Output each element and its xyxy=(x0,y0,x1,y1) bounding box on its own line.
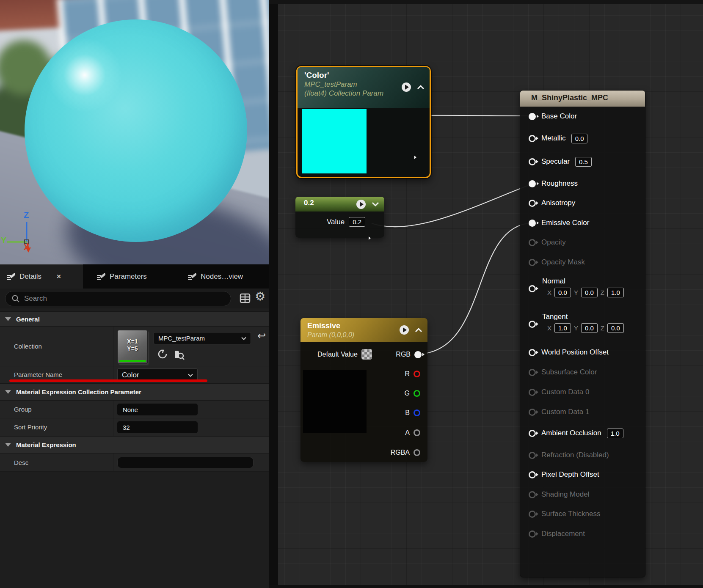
axis-y-label: Y xyxy=(574,324,578,332)
displacement-label: Displacement xyxy=(541,530,585,538)
scalar-node-header[interactable]: 0.2 xyxy=(295,197,384,212)
emissive-node-header[interactable]: Emissive Param (0,0,0,0) xyxy=(300,318,427,342)
a-output-pin[interactable] xyxy=(414,429,420,436)
axis-z-label: Z xyxy=(601,324,604,332)
chevron-down-icon[interactable] xyxy=(372,202,379,207)
node-material-result[interactable]: M_ShinyPlastic_MPC Base Color Metallic 0… xyxy=(520,90,645,577)
refraction-pin[interactable] xyxy=(529,452,536,459)
custom-data-0-pin[interactable] xyxy=(529,389,536,396)
metallic-label: Metallic xyxy=(541,134,566,143)
group-input[interactable]: None xyxy=(117,404,198,415)
preview-play-icon[interactable] xyxy=(402,82,411,92)
browse-to-asset-icon[interactable] xyxy=(173,348,185,360)
displacement-pin[interactable] xyxy=(529,530,536,538)
rgba-output-pin[interactable] xyxy=(414,449,420,456)
emissive-color-label: Emissive Color xyxy=(541,219,589,227)
node-emissive-param[interactable]: Emissive Param (0,0,0,0) Default Value R… xyxy=(300,318,427,462)
section-collection-parameter-title: Material Expression Collection Parameter xyxy=(16,388,141,396)
node-scalar-value[interactable]: 0.2 Value 0.2 xyxy=(295,197,384,238)
opacity-mask-pin[interactable] xyxy=(529,259,536,266)
input-refraction: Refraction (Disabled) xyxy=(529,449,609,461)
emissive-color-pin[interactable] xyxy=(529,220,536,227)
input-anisotropy: Anisotropy xyxy=(529,197,575,209)
tangent-pin[interactable] xyxy=(529,321,536,328)
chevron-up-icon[interactable] xyxy=(417,85,425,90)
tab-nodes-view[interactable]: Nodes…view xyxy=(181,264,249,289)
chevron-up-icon[interactable] xyxy=(415,327,422,332)
input-displacement: Displacement xyxy=(529,528,585,540)
input-normal: Normal X 0.0 Y 0.0 Z 1.0 xyxy=(529,277,643,300)
shading-model-pin[interactable] xyxy=(529,491,536,498)
preview-play-icon[interactable] xyxy=(356,200,366,209)
g-output-pin[interactable] xyxy=(414,390,420,397)
custom-data-1-pin[interactable] xyxy=(529,409,536,416)
tab-details[interactable]: Details × xyxy=(0,264,83,289)
reset-to-default-icon[interactable]: ↩ xyxy=(257,330,266,342)
search-input[interactable]: Search xyxy=(5,291,231,306)
surface-thickness-pin[interactable] xyxy=(529,511,536,518)
material-node-header[interactable]: M_ShinyPlastic_MPC xyxy=(520,91,645,107)
collection-asset-thumbnail[interactable]: X=1 Y=5 xyxy=(117,330,148,364)
collection-dropdown[interactable]: MPC_testParam xyxy=(154,332,251,344)
sort-priority-input[interactable]: 32 xyxy=(117,421,198,433)
specular-value-box[interactable]: 0.5 xyxy=(575,157,592,167)
tangent-y-box[interactable]: 0.0 xyxy=(581,323,598,333)
color-node-title: 'Color' xyxy=(304,71,424,80)
input-metallic: Metallic 0.0 xyxy=(529,132,587,144)
normal-z-box[interactable]: 1.0 xyxy=(607,288,624,297)
rgb-output-pin[interactable] xyxy=(414,351,422,358)
world-position-offset-pin[interactable] xyxy=(529,349,536,356)
axis-x-label: X xyxy=(547,324,551,332)
output-b-label: B xyxy=(405,409,410,417)
material-preview-viewport[interactable]: Z Y X xyxy=(0,0,269,264)
pixel-depth-offset-pin[interactable] xyxy=(529,471,536,478)
collection-dropdown-value: MPC_testParam xyxy=(158,335,205,342)
settings-gear-icon[interactable]: ⚙ xyxy=(255,289,265,303)
normal-pin[interactable] xyxy=(529,285,536,292)
axis-y-label: Y xyxy=(1,236,6,245)
collection-row: Collection X=1 Y=5 MPC_testParam xyxy=(0,327,269,366)
tab-parameters[interactable]: Parameters xyxy=(90,264,153,289)
display-filter-grid-icon[interactable] xyxy=(239,292,251,305)
axis-z-label: Z xyxy=(24,210,29,220)
normal-y-box[interactable]: 0.0 xyxy=(581,288,598,297)
base-color-pin[interactable] xyxy=(529,113,536,120)
graph-left-edge xyxy=(269,0,278,588)
preview-play-icon[interactable] xyxy=(400,325,409,335)
node-color-collection-param[interactable]: 'Color' MPC_testParam (float4) Collectio… xyxy=(296,66,431,178)
specular-pin[interactable] xyxy=(529,158,536,165)
details-panel: Details × Parameters Nod xyxy=(0,264,269,588)
section-collection-parameter[interactable]: Material Expression Collection Parameter xyxy=(0,383,269,401)
normal-x-box[interactable]: 0.0 xyxy=(554,288,571,297)
ambient-occlusion-value-box[interactable]: 1.0 xyxy=(607,429,623,438)
input-custom-data-0: Custom Data 0 xyxy=(529,386,589,398)
tangent-x-box[interactable]: 1.0 xyxy=(554,323,571,333)
desc-input[interactable] xyxy=(117,457,254,468)
input-opacity: Opacity xyxy=(529,236,566,248)
tab-parameters-label: Parameters xyxy=(110,272,147,281)
search-icon xyxy=(11,294,20,303)
r-output-pin[interactable] xyxy=(414,371,420,377)
tangent-z-box[interactable]: 0.0 xyxy=(607,323,624,333)
metallic-value-box[interactable]: 0.0 xyxy=(571,134,588,143)
graph-top-edge xyxy=(269,0,703,4)
roughness-pin[interactable] xyxy=(529,180,536,187)
color-node-header[interactable]: 'Color' MPC_testParam (float4) Collectio… xyxy=(298,67,430,108)
subsurface-color-pin[interactable] xyxy=(529,369,536,376)
scalar-node-title: 0.2 xyxy=(304,199,314,207)
opacity-pin[interactable] xyxy=(529,239,536,246)
use-selected-asset-icon[interactable] xyxy=(157,348,169,360)
metallic-pin[interactable] xyxy=(529,135,536,142)
default-value-color-swatch[interactable] xyxy=(361,349,372,360)
input-ambient-occlusion: Ambient Occlusion 1.0 xyxy=(529,427,623,439)
anisotropy-pin[interactable] xyxy=(529,200,536,207)
b-output-pin[interactable] xyxy=(414,409,420,416)
section-material-expression[interactable]: Material Expression xyxy=(0,436,269,453)
ambient-occlusion-pin[interactable] xyxy=(529,430,536,437)
tab-close-icon[interactable]: × xyxy=(57,272,61,281)
input-surface-thickness: Surface Thickness xyxy=(529,508,601,520)
input-pixel-depth-offset: Pixel Depth Offset xyxy=(529,469,599,481)
output-a-label: A xyxy=(405,429,410,437)
scalar-value-input[interactable]: 0.2 xyxy=(349,217,365,227)
section-general[interactable]: General xyxy=(0,311,269,327)
